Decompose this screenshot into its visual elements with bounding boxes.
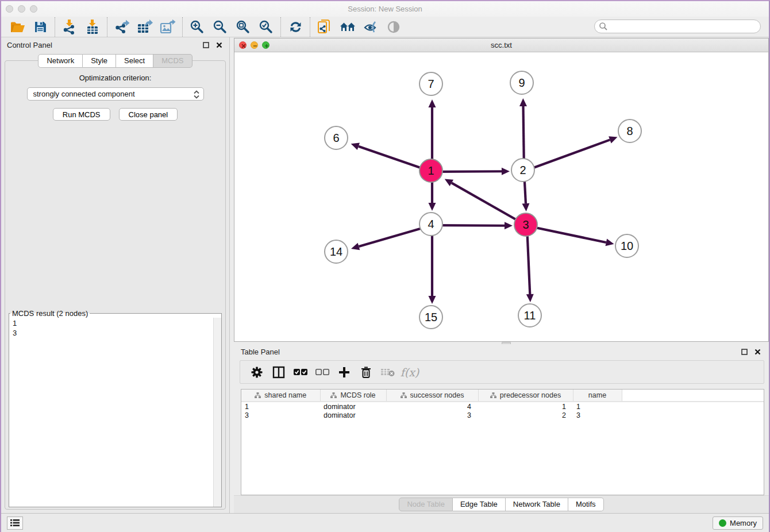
- graph-edge-arrowhead: [609, 136, 617, 143]
- memory-button[interactable]: Memory: [713, 516, 763, 530]
- column-header-predecessor-nodes[interactable]: predecessor nodes: [478, 390, 573, 402]
- application-window: Session: New Session: [0, 0, 770, 532]
- graph-edge[interactable]: [527, 226, 606, 242]
- column-header-shared-name[interactable]: shared name: [241, 390, 320, 402]
- table-panel-title: Table Panel: [241, 348, 280, 356]
- function-builder-icon[interactable]: f(x): [399, 364, 421, 381]
- open-file-icon[interactable]: [6, 18, 29, 36]
- tab-select[interactable]: Select: [116, 54, 153, 68]
- graph-node-4[interactable]: 4: [419, 212, 443, 236]
- import-network-icon[interactable]: [58, 18, 81, 36]
- graph-edge-arrowhead: [605, 239, 614, 246]
- deselect-all-icon[interactable]: [311, 364, 333, 381]
- memory-label: Memory: [730, 519, 757, 527]
- first-neighbors-icon[interactable]: [336, 18, 359, 36]
- task-history-button[interactable]: [7, 516, 23, 530]
- delete-table-icon[interactable]: [377, 364, 399, 381]
- graph-edge-arrowhead: [429, 296, 436, 304]
- column-header-successor-nodes[interactable]: successor nodes: [386, 390, 478, 402]
- graph-edge-arrowhead: [351, 243, 360, 250]
- mcds-result-line: 3: [13, 328, 210, 338]
- zoom-out-icon[interactable]: [209, 18, 232, 36]
- table-row[interactable]: 3dominator323: [241, 411, 764, 420]
- hide-selected-icon[interactable]: [359, 18, 382, 36]
- control-panel-tabs: Network Style Select MCDS: [1, 54, 229, 68]
- graph-edge-arrowhead: [429, 99, 436, 107]
- result-scrollbar[interactable]: [213, 318, 221, 507]
- graph-node-9[interactable]: 9: [510, 71, 534, 95]
- graph-node-14[interactable]: 14: [324, 240, 348, 264]
- table-cell[interactable]: dominator: [320, 402, 386, 411]
- mcds-result-text[interactable]: 1 3: [9, 318, 213, 507]
- table-header-row: shared name MCDS role successor nodes pr…: [241, 390, 764, 402]
- table-cell[interactable]: 2: [478, 411, 573, 420]
- toolbar-separator: [107, 17, 107, 37]
- gear-icon[interactable]: [246, 364, 268, 381]
- graph-edge[interactable]: [524, 140, 610, 171]
- table-cell[interactable]: 1: [573, 402, 622, 411]
- tab-network[interactable]: Network: [38, 54, 83, 68]
- table-cell[interactable]: dominator: [320, 411, 386, 420]
- apply-layout-icon[interactable]: [284, 18, 307, 36]
- mcds-result-line: 1: [13, 318, 210, 328]
- add-column-icon[interactable]: [333, 364, 355, 381]
- column-header-name[interactable]: name: [573, 390, 622, 402]
- table-cell[interactable]: 4: [386, 402, 478, 411]
- save-session-icon[interactable]: [29, 18, 52, 36]
- zoom-selected-icon[interactable]: [255, 18, 278, 36]
- graph-node-10[interactable]: 10: [615, 234, 639, 258]
- graph-node-8[interactable]: 8: [618, 119, 642, 143]
- graph-node-3[interactable]: 3: [514, 213, 538, 237]
- tab-edge-table[interactable]: Edge Table: [453, 498, 506, 511]
- graph-node-2[interactable]: 2: [511, 158, 535, 182]
- import-table-icon[interactable]: [81, 18, 104, 36]
- graph-edge-arrowhead: [505, 222, 513, 229]
- control-panel-title: Control Panel: [7, 41, 52, 49]
- show-all-icon[interactable]: [382, 18, 405, 36]
- table-row[interactable]: 1dominator411: [241, 402, 764, 411]
- graph-node-1[interactable]: 1: [419, 159, 443, 183]
- table-cell-filler: [622, 402, 764, 411]
- table-cell[interactable]: 1: [241, 402, 320, 411]
- close-panel-button[interactable]: Close panel: [119, 108, 178, 121]
- select-stepper-icon: [193, 90, 200, 101]
- optimization-criterion-select[interactable]: strongly connected component: [27, 87, 204, 101]
- network-canvas[interactable]: 1234678910111415: [234, 52, 768, 341]
- graph-edge-arrowhead: [519, 98, 527, 106]
- mcds-panel-body: Optimization criterion: strongly connect…: [5, 60, 226, 510]
- table-cell[interactable]: 1: [478, 402, 573, 411]
- zoom-in-icon[interactable]: [186, 18, 209, 36]
- graph-node-15[interactable]: 15: [419, 305, 443, 329]
- export-image-icon[interactable]: [156, 18, 179, 36]
- export-table-icon[interactable]: [133, 18, 156, 36]
- export-network-icon[interactable]: [110, 18, 133, 36]
- column-header-mcds-role[interactable]: MCDS role: [320, 390, 386, 402]
- close-panel-icon[interactable]: [214, 40, 224, 49]
- float-panel-icon[interactable]: [201, 40, 210, 49]
- search-input[interactable]: [594, 20, 761, 33]
- tab-network-table[interactable]: Network Table: [506, 498, 568, 511]
- tab-motifs[interactable]: Motifs: [568, 498, 604, 511]
- float-table-panel-icon[interactable]: [740, 347, 749, 356]
- tab-mcds[interactable]: MCDS: [153, 54, 192, 68]
- graph-node-7[interactable]: 7: [419, 72, 443, 96]
- window-titlebar: Session: New Session: [1, 1, 769, 17]
- close-table-panel-icon[interactable]: [753, 347, 762, 356]
- toolbar-separator: [310, 17, 310, 37]
- tab-node-table[interactable]: Node Table: [399, 498, 453, 511]
- table-toolbar: f(x): [240, 360, 764, 384]
- table-cell[interactable]: 3: [386, 411, 478, 420]
- graph-node-11[interactable]: 11: [518, 303, 542, 327]
- duplicate-network-icon[interactable]: [313, 18, 336, 36]
- graph-edges-layer: [234, 52, 768, 341]
- split-columns-icon[interactable]: [268, 364, 290, 381]
- table-cell[interactable]: 3: [241, 411, 320, 420]
- table-cell[interactable]: 3: [573, 411, 622, 420]
- graph-node-6[interactable]: 6: [324, 126, 348, 150]
- run-mcds-button[interactable]: Run MCDS: [53, 108, 110, 121]
- delete-icon[interactable]: [355, 364, 377, 381]
- select-all-icon[interactable]: [290, 364, 311, 381]
- tab-style[interactable]: Style: [83, 54, 116, 68]
- zoom-fit-icon[interactable]: [232, 18, 255, 36]
- network-window-titlebar: scc.txt: [234, 38, 768, 52]
